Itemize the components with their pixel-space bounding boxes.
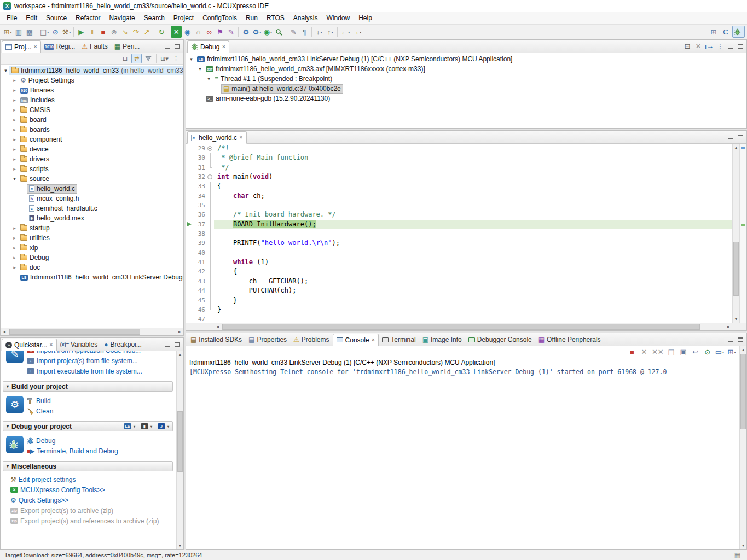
- maximize-button[interactable]: [737, 133, 744, 141]
- code-text[interactable]: [214, 248, 732, 258]
- code-text[interactable]: int main(void): [214, 172, 732, 182]
- view-menu-icon[interactable]: ⋮: [715, 40, 726, 52]
- minimize-button[interactable]: [727, 133, 734, 141]
- annotation-ruler[interactable]: [186, 201, 193, 210]
- annotation-ruler[interactable]: [186, 191, 193, 201]
- code-text[interactable]: */: [214, 163, 732, 172]
- next-annotation-icon[interactable]: ↓▾: [314, 26, 325, 38]
- code-text[interactable]: [214, 314, 732, 323]
- fold-ruler[interactable]: −: [207, 172, 214, 182]
- scroll-left-icon[interactable]: ◂: [214, 324, 222, 329]
- code-text[interactable]: PRINTF("hello world.\r\n");: [214, 238, 732, 248]
- probe-selector[interactable]: ▮▾: [141, 423, 152, 429]
- ide-gear-dd-icon[interactable]: ⚙▾: [251, 26, 262, 38]
- expand-arrow-icon[interactable]: ▸: [11, 127, 18, 132]
- scroll-down-icon[interactable]: ▾: [177, 542, 183, 549]
- tree-item[interactable]: >_arm-none-eabi-gdb (15.2.90.20241130): [186, 94, 746, 103]
- code-text[interactable]: [214, 229, 732, 238]
- jlink-selector[interactable]: J▾: [158, 423, 169, 429]
- code-text[interactable]: PUTCHAR(ch);: [214, 286, 732, 295]
- code-text[interactable]: }: [214, 296, 732, 305]
- menu-file[interactable]: File: [2, 13, 21, 23]
- annotation-ruler[interactable]: [186, 296, 193, 305]
- suspend-icon[interactable]: ‖: [86, 26, 97, 38]
- expand-arrow-icon[interactable]: ▸: [11, 245, 18, 250]
- code-line[interactable]: 39 PRINTF("hello world.\r\n");: [186, 238, 732, 248]
- dropdown-arrow-icon[interactable]: ▾: [47, 30, 49, 34]
- expand-arrow-icon[interactable]: ▸: [11, 265, 18, 270]
- scrollbar-thumb[interactable]: [733, 242, 739, 296]
- code-text[interactable]: BOARD_InitHardware();: [214, 220, 732, 229]
- code-text[interactable]: /*!: [214, 144, 732, 153]
- menu-edit[interactable]: Edit: [21, 13, 42, 23]
- tab-properties[interactable]: ▤Properties: [245, 334, 290, 346]
- menu-navigate[interactable]: Navigate: [105, 13, 139, 23]
- code-text[interactable]: }: [214, 305, 732, 314]
- annotation-ruler[interactable]: [186, 267, 193, 276]
- code-line[interactable]: 45 }: [186, 296, 732, 305]
- quickstart-link-export-project-s-to-archive-zip[interactable]: zipExport project(s) to archive (zip): [10, 505, 176, 516]
- linkserver-icon[interactable]: ∞: [204, 26, 215, 38]
- expand-arrow-icon[interactable]: ▸: [11, 225, 18, 231]
- tree-item[interactable]: ▸scripts: [1, 164, 183, 174]
- menu-configtools[interactable]: ConfigTools: [198, 13, 241, 23]
- close-icon[interactable]: ✕: [239, 135, 243, 140]
- tab-image-info[interactable]: ▣Image Info: [419, 334, 465, 346]
- annotation-ruler[interactable]: [186, 163, 193, 172]
- expand-arrow-icon[interactable]: ▸: [11, 117, 18, 122]
- code-line[interactable]: 47: [186, 314, 732, 323]
- quickstart-link-clean[interactable]: Clean: [27, 406, 175, 416]
- config-tools-icon[interactable]: ✕: [171, 26, 182, 38]
- quickstart-vertical-scrollbar[interactable]: ▴ ▾: [176, 351, 183, 549]
- tab-debug[interactable]: Debug✕: [187, 40, 229, 53]
- maximize-button[interactable]: [173, 43, 181, 50]
- terminate-icon[interactable]: ■: [97, 26, 108, 38]
- tab-breakpoi[interactable]: ●Breakpoi...: [101, 339, 145, 351]
- expand-arrow-icon[interactable]: ▸: [11, 107, 18, 113]
- tree-item[interactable]: ▸drivers: [1, 154, 183, 164]
- maximize-button[interactable]: [737, 43, 744, 50]
- dropdown-arrow-icon[interactable]: ▾: [259, 30, 261, 34]
- resume-icon[interactable]: ▶: [76, 26, 86, 38]
- code-text[interactable]: while (1): [214, 258, 732, 267]
- collapse-arrow-icon[interactable]: ▾: [196, 66, 204, 72]
- collapse-all-icon[interactable]: ⊟: [682, 40, 693, 52]
- annotation-ruler[interactable]: [186, 248, 193, 258]
- word-wrap-icon[interactable]: ↩: [690, 346, 701, 358]
- expand-arrow-icon[interactable]: ▸: [11, 235, 18, 241]
- scroll-left-icon[interactable]: ◂: [1, 329, 8, 334]
- tab-faults[interactable]: ⚠Faults: [78, 40, 111, 52]
- forward-icon[interactable]: →▾: [351, 26, 362, 38]
- globe-icon[interactable]: ◉: [182, 26, 193, 38]
- editor-vertical-scrollbar[interactable]: ▴ ▾: [732, 144, 739, 323]
- save-icon[interactable]: ▦: [13, 26, 24, 38]
- ide-gear-icon[interactable]: ⚙: [240, 26, 251, 38]
- clear-console-icon[interactable]: ▤: [666, 346, 677, 358]
- quickstart-link-edit-project-settings[interactable]: ⚒Edit project settings: [10, 474, 176, 485]
- annotation-ruler[interactable]: [186, 314, 193, 323]
- scroll-up-icon[interactable]: ▴: [740, 346, 746, 353]
- home-icon[interactable]: ⌂: [193, 26, 204, 38]
- tree-item[interactable]: LSfrdmimxrt1186_hello_world_cm33 LinkSer…: [1, 272, 183, 282]
- collapse-all-icon[interactable]: ⊟: [120, 54, 130, 63]
- dropdown-arrow-icon[interactable]: ▾: [734, 350, 736, 354]
- annotation-ruler[interactable]: [186, 229, 193, 238]
- quickstart-link-import-executable-from-file-system[interactable]: ↓Import executable from file system...: [27, 366, 175, 376]
- tree-item[interactable]: ▾frdmimxrt1186_hello_world_cm33(in hello…: [1, 66, 183, 75]
- instruction-pointer-icon[interactable]: [186, 220, 193, 229]
- quickstart-link-terminate-build-and-debug[interactable]: ■▶Terminate, Build and Debug: [27, 446, 175, 456]
- open-perspective-icon[interactable]: ⊞: [708, 26, 719, 38]
- expand-arrow-icon[interactable]: ▸: [11, 88, 18, 93]
- show-whitespace-icon[interactable]: ¶: [299, 26, 310, 38]
- code-line[interactable]: 38: [186, 229, 732, 238]
- maximize-button[interactable]: [173, 341, 181, 348]
- collapse-arrow-icon[interactable]: ▾: [7, 464, 9, 469]
- terminate-icon[interactable]: ■: [627, 346, 638, 358]
- editor-code-area[interactable]: 29−/*!30 * @brief Main function31 */32−i…: [186, 144, 732, 323]
- section-header-miscellaneous[interactable]: ▾Miscellaneous: [3, 461, 173, 471]
- status-tray-icon[interactable]: ▦: [734, 552, 740, 558]
- code-line[interactable]: 35: [186, 201, 732, 210]
- scroll-down-icon[interactable]: ▾: [733, 316, 739, 323]
- view-menu-icon[interactable]: ⋮: [171, 54, 181, 63]
- annotation-ruler[interactable]: [186, 277, 193, 286]
